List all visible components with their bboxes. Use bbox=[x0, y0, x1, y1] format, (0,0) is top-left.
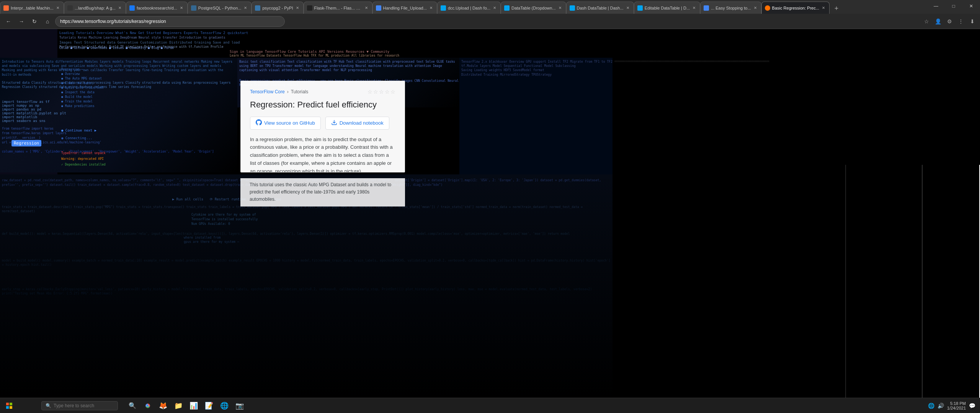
tab-1[interactable]: Interpr...table Machin... ✕ bbox=[0, 2, 64, 14]
windows-logo bbox=[6, 403, 12, 409]
taskbar-app-files[interactable]: 📁 bbox=[172, 399, 185, 413]
article-description-continued: This tutorial uses the classic Auto MPG … bbox=[250, 182, 391, 202]
breadcrumb-current: Tutorials bbox=[291, 89, 309, 94]
taskbar-app-excel[interactable]: 📊 bbox=[187, 399, 201, 413]
taskbar-app-search[interactable]: 🔍 bbox=[126, 399, 139, 413]
url-input[interactable] bbox=[55, 16, 285, 27]
breadcrumb-separator: › bbox=[287, 89, 289, 94]
article-action-buttons: View source on GitHub Download notebook bbox=[250, 117, 395, 130]
profile-icon[interactable]: 👤 bbox=[933, 17, 942, 26]
tab-2[interactable]: ...landBug/shap: A g... ✕ bbox=[64, 2, 126, 14]
tab-12-title: ... Easy Stopping to... bbox=[711, 6, 751, 10]
star-2[interactable]: ☆ bbox=[373, 89, 378, 95]
tab-1-favicon bbox=[3, 5, 9, 11]
notification-icon[interactable]: 💬 bbox=[969, 403, 975, 409]
win-logo-blue bbox=[6, 406, 9, 409]
close-button[interactable]: ✕ bbox=[962, 0, 980, 14]
tab-1-close[interactable]: ✕ bbox=[55, 5, 60, 11]
taskbar: 🔍 🔍 🦊 📁 📊 📝 🌐 📷 � bbox=[0, 398, 980, 413]
taskbar-app-photos[interactable]: 📷 bbox=[233, 399, 247, 413]
download-notebook-icon bbox=[331, 119, 337, 127]
tab-9[interactable]: DataTable (Dropdown... ✕ bbox=[501, 2, 566, 14]
tab-11-title: Editable DataTable | D... bbox=[645, 6, 690, 10]
taskbar-app-firefox[interactable]: 🦊 bbox=[156, 399, 170, 413]
bookmark-icon[interactable]: ☆ bbox=[922, 17, 931, 26]
network-icon: 🌐 bbox=[928, 403, 934, 409]
tab-10-title: Dash DataTable | Dash... bbox=[577, 6, 624, 10]
star-5[interactable]: ☆ bbox=[390, 89, 395, 95]
minimize-button[interactable]: — bbox=[927, 0, 945, 14]
tab-2-close[interactable]: ✕ bbox=[117, 5, 122, 11]
tab-10-favicon bbox=[570, 5, 575, 11]
tab-13-close[interactable]: ✕ bbox=[821, 5, 826, 11]
download-notebook-button[interactable]: Download notebook bbox=[325, 117, 389, 130]
breadcrumb: TensorFlow Core › Tutorials ☆ ☆ ☆ ☆ ☆ bbox=[250, 89, 395, 95]
time-display: 5:18 PM bbox=[947, 401, 966, 406]
breadcrumb-parent[interactable]: TensorFlow Core bbox=[250, 89, 285, 94]
tab-12[interactable]: ... Easy Stopping to... ✕ bbox=[700, 2, 761, 14]
tab-13[interactable]: Basic Regression: Prec... ✕ bbox=[761, 2, 830, 14]
windows-button[interactable] bbox=[0, 398, 18, 413]
content-area: Loading Tutorials Overview What's New Ge… bbox=[0, 29, 980, 413]
win-logo-red bbox=[6, 403, 9, 405]
tab-6-favicon bbox=[307, 5, 312, 11]
tab-6[interactable]: Flask-Them... - Flas... Th... ✕ bbox=[304, 2, 372, 14]
win-logo-yellow bbox=[10, 406, 12, 409]
taskbar-app-edge[interactable]: 🌐 bbox=[217, 399, 231, 413]
tab-4-title: PostgreSQL - Python... bbox=[198, 6, 242, 10]
taskbar-search-input[interactable] bbox=[54, 403, 111, 408]
github-button-label: View source on GitHub bbox=[264, 120, 315, 126]
taskbar-right: 🌐 🔊 5:18 PM 1/24/2021 💬 bbox=[928, 401, 980, 410]
maximize-button[interactable]: □ bbox=[945, 0, 962, 14]
article-title: Regression: Predict fuel efficiency bbox=[250, 99, 395, 111]
tab-9-close[interactable]: ✕ bbox=[557, 5, 563, 11]
tab-11[interactable]: Editable DataTable | D... ✕ bbox=[634, 2, 700, 14]
home-button[interactable]: ⌂ bbox=[42, 16, 53, 27]
tab-1-title: Interpr...table Machin... bbox=[11, 6, 54, 10]
tab-10-close[interactable]: ✕ bbox=[625, 5, 630, 11]
tab-8-favicon bbox=[441, 5, 446, 11]
tab-6-close[interactable]: ✕ bbox=[364, 5, 369, 11]
tab-3[interactable]: facebookresearch/d... ✕ bbox=[126, 2, 188, 14]
tab-10[interactable]: Dash DataTable | Dash... ✕ bbox=[566, 2, 634, 14]
tab-8[interactable]: dcc.Upload | Dash fo... ✕ bbox=[437, 2, 501, 14]
taskbar-search[interactable]: 🔍 bbox=[41, 401, 118, 410]
tab-9-title: DataTable (Dropdown... bbox=[511, 6, 556, 10]
tab-7-close[interactable]: ✕ bbox=[428, 5, 434, 11]
article-panel: TensorFlow Core › Tutorials ☆ ☆ ☆ ☆ ☆ Re… bbox=[240, 81, 405, 172]
regression-badge: Regression bbox=[11, 140, 41, 146]
volume-icon: 🔊 bbox=[938, 403, 944, 409]
reload-button[interactable]: ↻ bbox=[29, 16, 40, 27]
tab-12-close[interactable]: ✕ bbox=[753, 5, 758, 11]
window-controls: — □ ✕ bbox=[927, 0, 980, 14]
tab-4-close[interactable]: ✕ bbox=[243, 5, 248, 11]
taskbar-app-word[interactable]: 📝 bbox=[202, 399, 216, 413]
tab-5-close[interactable]: ✕ bbox=[295, 5, 300, 11]
star-3[interactable]: ☆ bbox=[379, 89, 384, 95]
tab-13-favicon bbox=[765, 5, 770, 11]
menu-icon[interactable]: ⋮ bbox=[956, 17, 965, 26]
tab-6-title: Flask-Them... - Flas... Th... bbox=[314, 6, 362, 10]
tab-4[interactable]: PostgreSQL - Python... ✕ bbox=[188, 2, 252, 14]
new-tab-button[interactable]: + bbox=[831, 3, 842, 14]
forward-button[interactable]: → bbox=[16, 16, 27, 27]
tab-3-close[interactable]: ✕ bbox=[179, 5, 184, 11]
view-source-github-button[interactable]: View source on GitHub bbox=[250, 117, 321, 130]
tab-12-favicon bbox=[704, 5, 709, 11]
taskbar-time: 5:18 PM 1/24/2021 bbox=[947, 401, 966, 410]
address-icons: ☆ 👤 ⚙ ⋮ ⬇ bbox=[922, 17, 977, 26]
taskbar-app-chrome[interactable] bbox=[141, 399, 155, 413]
star-4[interactable]: ☆ bbox=[385, 89, 390, 95]
extensions-icon[interactable]: ⚙ bbox=[945, 17, 954, 26]
tab-5[interactable]: psycopg2 - PyPI ✕ bbox=[252, 2, 303, 14]
tab-8-title: dcc.Upload | Dash fo... bbox=[448, 6, 490, 10]
tab-13-title: Basic Regression: Prec... bbox=[772, 6, 820, 10]
tab-3-favicon bbox=[129, 5, 135, 11]
tab-7[interactable]: Handling File_Upload... ✕ bbox=[372, 2, 437, 14]
back-button[interactable]: ← bbox=[3, 16, 14, 27]
star-1[interactable]: ☆ bbox=[368, 89, 372, 95]
tab-8-close[interactable]: ✕ bbox=[492, 5, 497, 11]
tab-11-close[interactable]: ✕ bbox=[691, 5, 697, 11]
download-icon[interactable]: ⬇ bbox=[968, 17, 977, 26]
star-rating[interactable]: ☆ ☆ ☆ ☆ ☆ bbox=[368, 89, 395, 95]
